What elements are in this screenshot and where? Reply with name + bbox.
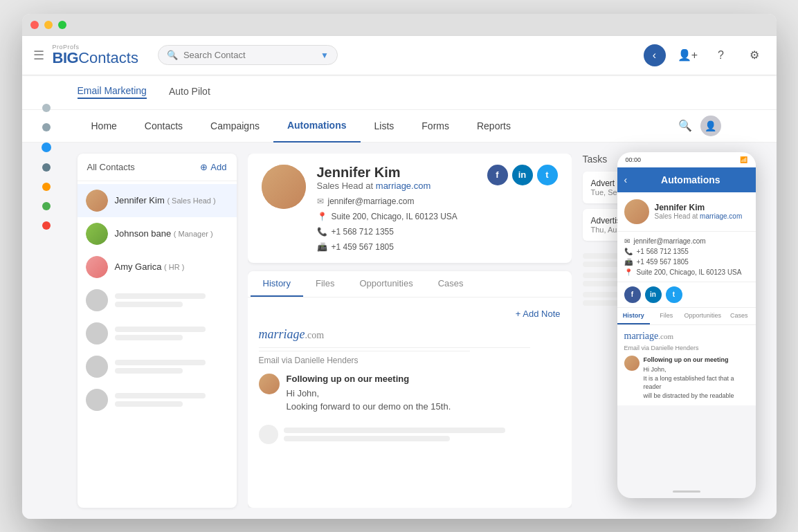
add-note-button[interactable]: + Add Note [516,309,561,319]
mac-maximize-btn[interactable] [58,21,66,29]
skeleton-lines-4 [115,390,228,410]
company-link[interactable]: marriage.com [376,181,430,191]
phone-icon: 📞 [317,227,327,237]
skeleton-dividers [259,347,561,351]
skeleton-avatar-4 [86,389,108,411]
mobile-email-icon: ✉ [624,237,630,245]
mobile-contact-name: Jennifer Kim [655,203,743,212]
nav-automations[interactable]: Automations [273,109,361,143]
main-nav-search-icon[interactable]: 🔍 [678,119,692,132]
v-dot-4[interactable] [42,163,51,172]
mobile-tab-history[interactable]: History [617,308,650,324]
nav-campaigns[interactable]: Campaigns [197,109,273,143]
search-bar[interactable]: 🔍 ▼ [158,45,338,65]
mobile-overlay: 00:00 📶 ‹ Automations Jennifer Kim Sales… [617,152,756,498]
skeleton-avatar [86,289,108,311]
amy-info: Amy Garica ( HR ) [115,262,228,272]
mobile-email-body1: It is a long established fact that a rea… [644,374,749,392]
v-dot-5[interactable] [42,183,51,191]
mobile-email-text: Following up on our meeting Hi John, It … [644,356,749,401]
user-avatar-icon[interactable]: 👤 [700,116,721,136]
amy-avatar [86,256,108,278]
company-logo: marriage.com [259,326,561,342]
logo-brand: BIGContacts [53,51,138,66]
mobile-contact-info: Jennifer Kim Sales Head at marriage.com [655,203,743,220]
search-dropdown-icon[interactable]: ▼ [320,51,329,60]
mobile-scroll-indicator [673,490,700,493]
main-nav: Home Contacts Campaigns Automations List… [22,109,777,143]
mobile-phone-icon: 📞 [624,248,633,255]
email-row: Following up on our meeting Hi John, Loo… [259,374,561,414]
mobile-email-via: Email via Danielle Henders [624,345,749,351]
v-dot-6[interactable] [42,202,51,210]
contact-item-amy[interactable]: Amy Garica ( HR ) [78,250,237,284]
tab-files[interactable]: Files [303,271,347,297]
contacts-list: Jennifer Kim ( Sales Head ) Johnson b [78,181,237,419]
jennifer-name: Jennifer Kim ( Sales Head ) [115,195,228,205]
mobile-nav-bar: ‹ Automations [617,167,756,192]
linkedin-button[interactable]: in [512,165,533,185]
detail-body: + Add Note marriage.com Email via Daniel… [248,297,572,508]
nav-lists[interactable]: Lists [361,109,408,143]
email-via-label: Email via Danielle Henders [259,356,561,365]
mobile-company-link[interactable]: marriage.com [700,212,742,220]
mobile-tab-files[interactable]: Files [650,308,682,324]
mobile-email-greeting: Hi John, [644,365,749,374]
mobile-location-icon: 📍 [624,268,633,276]
mobile-linkedin-button[interactable]: in [645,286,662,303]
contact-phone-field: 📞 +1 568 712 1355 [317,227,394,237]
mobile-phone-field: 📞 +1 568 712 1355 [624,246,749,257]
email-subject: Following up on our meeting [287,374,451,384]
twitter-button[interactable]: t [537,165,558,185]
v-dot-2[interactable] [42,123,51,131]
nav-reports[interactable]: Reports [463,109,525,143]
settings-button[interactable]: ⚙ [743,44,765,66]
mobile-time: 00:00 [626,156,642,163]
mac-window: ☰ ProProfs BIGContacts 🔍 ▼ ‹ 👤+ ? ⚙ [22,14,777,519]
mobile-contact-avatar [624,199,649,224]
contact-address-field: 📍 Suite 200, Chicago, IL 60123 USA [317,212,457,221]
search-input[interactable] [183,50,315,60]
jennifer-info: Jennifer Kim ( Sales Head ) [115,195,228,205]
v-dot-1[interactable] [42,104,51,112]
mobile-address-field: 📍 Suite 200, Chicago, IL 60123 USA [624,267,749,277]
skeleton-line-5 [115,360,206,365]
nav-contacts[interactable]: Contacts [131,109,197,143]
contact-photo [262,165,306,209]
contact-main-title: Sales Head at marriage.com [317,181,476,191]
mobile-twitter-button[interactable]: t [666,286,682,303]
mac-close-btn[interactable] [30,21,39,29]
mobile-tab-opportunities[interactable]: Opportunities [682,308,723,324]
facebook-button[interactable]: f [487,165,508,185]
tab-auto-pilot[interactable]: Auto Pilot [169,86,210,98]
tab-opportunities[interactable]: Opportunities [347,271,425,297]
tab-cases[interactable]: Cases [426,271,476,297]
mobile-back-button[interactable]: ‹ [624,174,628,185]
hamburger-icon[interactable]: ☰ [33,48,44,63]
v-dot-7[interactable] [42,221,51,230]
nav-forms[interactable]: Forms [408,109,463,143]
contact-item-johnson[interactable]: Johnson bane ( Manager ) [78,217,237,250]
mobile-tab-cases[interactable]: Cases [723,308,755,324]
tab-history[interactable]: History [251,271,303,297]
skeleton-contact-3 [78,350,237,383]
skeleton-lines-3 [115,357,228,376]
contacts-add-button[interactable]: ⊕ Add [200,162,226,172]
plus-icon: ⊕ [200,162,208,172]
fax-icon: 📠 [317,242,327,252]
tab-email-marketing[interactable]: Email Marketing [78,85,147,99]
skeleton-line-4 [115,335,183,340]
contact-detail: Jennifer Kim Sales Head at marriage.com … [248,154,572,508]
johnson-avatar [86,223,108,245]
v-dot-3[interactable] [42,143,51,152]
help-button[interactable]: ? [710,44,732,66]
mac-minimize-btn[interactable] [44,21,53,29]
back-nav-button[interactable]: ‹ [644,44,666,66]
add-user-button[interactable]: 👤+ [677,44,699,66]
nav-home[interactable]: Home [78,109,131,143]
contact-item-jennifer[interactable]: Jennifer Kim ( Sales Head ) [78,184,237,217]
mobile-facebook-button[interactable]: f [624,286,641,303]
contacts-all-label: All Contacts [87,162,135,172]
johnson-info: Johnson bane ( Manager ) [115,228,228,239]
contact-fax-field: 📠 +1 459 567 1805 [317,242,394,252]
